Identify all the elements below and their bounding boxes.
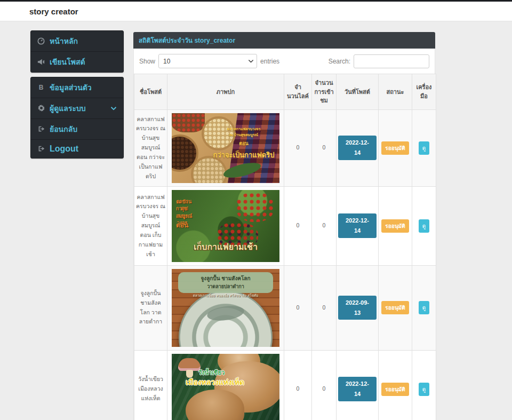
cover-caption-line: เมืองหลวงแห่งเห็ด: [186, 376, 244, 389]
back-icon: [37, 125, 45, 133]
cover-cell: จูงลูกปั้น ชามสังคโลก วาดลายปลาดำกา ตลาด…: [167, 265, 284, 350]
show-label: Show: [139, 58, 155, 65]
cover-caption-line: กว่าจะเป็นกาแฟดริป: [209, 149, 278, 161]
cover-caption-line: จูงลูกปั้น ชามสังคโลก: [180, 274, 271, 283]
panel-body: Show 10 entries Search:: [133, 49, 435, 420]
cover-caption: คลาสกาแฟครบวงจร ณ บ้านสุขสมบูรณ์ ตอน กว่…: [209, 126, 278, 161]
cover-image-coffee-drip: คลาสกาแฟครบวงจร ณ บ้านสุขสมบูรณ์ ตอน กว่…: [172, 113, 279, 183]
bullhorn-icon: [37, 58, 45, 66]
date-badge: 2022-09-13: [338, 296, 377, 320]
cover-caption-line: ณ บ้านสุขสมบูรณ์: [176, 199, 192, 220]
post-name: คลาสกาแฟครบวงจร ณ บ้านสุขสมบูรณ์ ตอน เก็…: [134, 186, 167, 265]
view-button[interactable]: ดู: [419, 141, 430, 155]
cover-caption-line: ตอน: [209, 140, 278, 148]
cover-art-cherries: [236, 192, 274, 222]
cover-image-coffee-harvest: คลาสกาแฟครบวงจร ณ บ้านสุขสมบูรณ์ ตอน เก็…: [172, 190, 279, 262]
col-header-views[interactable]: จำนวนการเข้าชม: [312, 74, 337, 110]
profile-icon: B: [37, 84, 45, 91]
sidebar-item-label: เขียนโพสต์: [50, 56, 85, 68]
cover-cell: คลาสกาแฟครบวงจร ณ บ้านสุขสมบูรณ์ ตอน กว่…: [167, 109, 284, 186]
likes-count: 0: [284, 109, 312, 186]
sidebar-item-profile[interactable]: B ข้อมูลส่วนตัว: [31, 77, 123, 98]
view-button[interactable]: ดู: [419, 301, 430, 314]
search-label: Search:: [329, 58, 350, 65]
page-length-select[interactable]: 10: [158, 54, 257, 68]
sidebar-group-secondary: B ข้อมูลส่วนตัว ผู้ดูแลระบบ ย้อนกลับ: [30, 77, 124, 159]
chevron-down-icon: [110, 105, 117, 112]
sidebar-item-write-post[interactable]: เขียนโพสต์: [31, 52, 123, 72]
col-header-post-name[interactable]: ชื่อโพสต์: [134, 74, 167, 110]
cover-caption-line: เก็บกาแฟยามเช้า: [172, 240, 279, 254]
cover-art-mushroom: [186, 390, 244, 420]
cover-caption-line: ตอน: [176, 220, 188, 231]
posts-table: ชื่อโพสต์ ภาพปก จำนวนไลค์ จำนวนการเข้าชม…: [134, 74, 436, 420]
view-button[interactable]: ดู: [419, 219, 430, 233]
sidebar-group-main: หน้าหลัก เขียนโพสต์: [30, 30, 124, 73]
sidebar-item-label: ข้อมูลส่วนตัว: [50, 82, 92, 93]
col-header-likes[interactable]: จำนวนไลค์: [284, 74, 312, 110]
status-badge: รออนุมัติ: [381, 219, 409, 233]
date-badge: 2022-12-14: [338, 213, 377, 237]
sidebar: หน้าหลัก เขียนโพสต์ B ข้อมูลส่วนตัว ผู้ด…: [30, 30, 124, 163]
dashboard-icon: [37, 37, 45, 45]
post-name: วังน้ำเขียวเมืองหลวงแห่งเห็ด: [134, 350, 167, 420]
sidebar-item-label: ผู้ดูแลระบบ: [50, 102, 86, 114]
col-header-cover[interactable]: ภาพปก: [167, 74, 284, 110]
sidebar-item-label: Logout: [50, 144, 78, 154]
sidebar-item-admin[interactable]: ผู้ดูแลระบบ: [31, 98, 123, 119]
cover-caption-line: ณ บ้านสุขสมบูรณ์: [209, 132, 278, 138]
panel-header: สถิติโพสต์ประจำวัน story_creator: [133, 32, 435, 49]
table-controls: Show 10 entries Search:: [134, 54, 435, 68]
sidebar-item-home[interactable]: หน้าหลัก: [31, 31, 123, 52]
likes-count: 0: [284, 186, 312, 265]
sidebar-item-back[interactable]: ย้อนกลับ: [31, 119, 123, 140]
views-count: 0: [312, 109, 337, 186]
logout-icon: [37, 145, 45, 153]
col-header-status[interactable]: สถานะ: [379, 74, 412, 110]
table-header-row: ชื่อโพสต์ ภาพปก จำนวนไลค์ จำนวนการเข้าชม…: [134, 74, 436, 110]
cover-cell: คลาสกาแฟครบวงจร ณ บ้านสุขสมบูรณ์ ตอน เก็…: [167, 186, 284, 265]
cover-caption: จูงลูกปั้น ชามสังคโลก วาดลายปลาดำกา: [178, 272, 273, 293]
entries-label: entries: [260, 58, 279, 65]
table-row: คลาสกาแฟครบวงจร ณ บ้านสุขสมบูรณ์ ตอน เก็…: [134, 186, 436, 265]
views-count: 0: [312, 350, 337, 420]
navbar: story creator: [0, 2, 512, 21]
post-name: จูงลูกปั้นชามสังคโลก วาดลายดำกา: [134, 265, 167, 350]
sidebar-item-label: หน้าหลัก: [50, 35, 78, 47]
cover-image-mushrooms: วังน้ำเขียว เมืองหลวงแห่งเห็ด: [172, 354, 279, 420]
likes-count: 0: [284, 350, 312, 420]
date-badge: 2022-12-14: [338, 136, 377, 160]
cover-caption-line: ตลาดเกาะน้อย หนองอ้อ ศรีสัชนาลัย สุโขทัย: [172, 292, 279, 298]
table-row: จูงลูกปั้นชามสังคโลก วาดลายดำกา จูงลูกปั…: [134, 265, 436, 350]
status-badge: รออนุมัติ: [381, 383, 409, 396]
col-header-date[interactable]: วันที่โพสต์: [337, 74, 379, 110]
views-count: 0: [312, 186, 337, 265]
post-name: คลาสกาแฟครบวงจร ณ บ้านสุขสมบูรณ์ ตอน กว่…: [134, 109, 167, 186]
date-badge: 2022-12-14: [338, 377, 377, 401]
panel-title: สถิติโพสต์ประจำวัน story_creator: [139, 37, 235, 44]
cover-caption-line: วาดลายปลาดำกา: [180, 283, 271, 291]
main-panel: สถิติโพสต์ประจำวัน story_creator Show 10…: [133, 32, 435, 420]
cover-cell: วังน้ำเขียว เมืองหลวงแห่งเห็ด: [167, 350, 284, 420]
gear-icon: [37, 105, 45, 112]
views-count: 0: [312, 265, 337, 350]
search-input[interactable]: [354, 54, 429, 68]
cover-caption-line: คลาสกาแฟครบวงจร: [209, 126, 278, 132]
col-header-tools[interactable]: เครื่องมือ: [412, 74, 436, 110]
status-badge: รออนุมัติ: [381, 141, 409, 155]
sidebar-item-logout[interactable]: Logout: [31, 140, 123, 158]
app-title: story creator: [29, 7, 78, 16]
view-button[interactable]: ดู: [419, 383, 430, 396]
cover-image-sangkhalok-plate: จูงลูกปั้น ชามสังคโลก วาดลายปลาดำกา ตลาด…: [172, 269, 279, 347]
sidebar-item-label: ย้อนกลับ: [50, 123, 77, 135]
table-row: คลาสกาแฟครบวงจร ณ บ้านสุขสมบูรณ์ ตอน กว่…: [134, 109, 436, 186]
cover-art-cherries: [172, 113, 205, 132]
likes-count: 0: [284, 265, 312, 350]
table-row: วังน้ำเขียวเมืองหลวงแห่งเห็ด วังน้ำเขียว…: [134, 350, 436, 420]
status-badge: รออนุมัติ: [381, 301, 409, 314]
cover-art-cartoon-mushroom-cap: [178, 358, 201, 371]
